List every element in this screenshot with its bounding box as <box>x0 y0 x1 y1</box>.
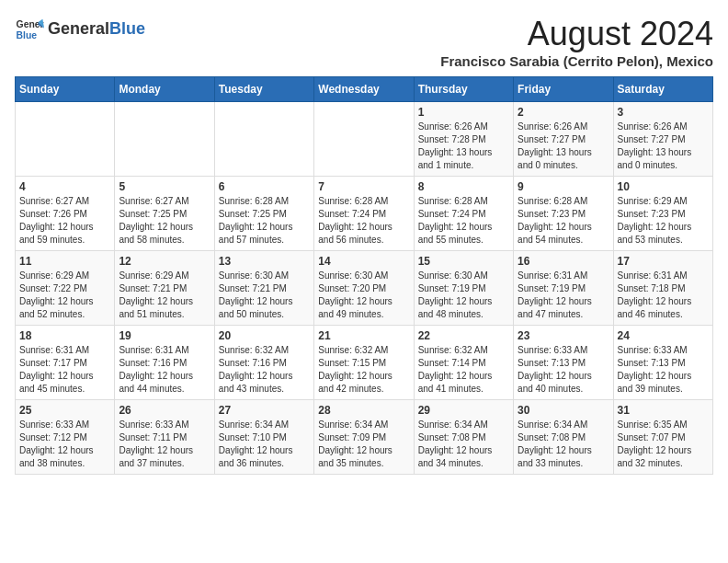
day-info: Sunrise: 6:29 AM Sunset: 7:22 PM Dayligh… <box>19 270 110 321</box>
col-tuesday: Tuesday <box>214 77 313 102</box>
table-row: 19Sunrise: 6:31 AM Sunset: 7:16 PM Dayli… <box>115 326 214 400</box>
day-number: 7 <box>318 180 409 193</box>
day-number: 29 <box>418 404 509 417</box>
table-row: 26Sunrise: 6:33 AM Sunset: 7:11 PM Dayli… <box>115 400 214 475</box>
logo-general-text: General <box>48 19 109 38</box>
day-info: Sunrise: 6:27 AM Sunset: 7:26 PM Dayligh… <box>19 195 110 247</box>
day-number: 22 <box>418 329 509 342</box>
month-year: August 2024 <box>440 15 713 53</box>
day-info: Sunrise: 6:31 AM Sunset: 7:17 PM Dayligh… <box>19 344 110 396</box>
table-row <box>16 102 115 177</box>
day-info: Sunrise: 6:26 AM Sunset: 7:28 PM Dayligh… <box>418 121 509 172</box>
day-info: Sunrise: 6:28 AM Sunset: 7:24 PM Dayligh… <box>418 195 509 247</box>
day-number: 30 <box>518 404 609 417</box>
table-row: 9Sunrise: 6:28 AM Sunset: 7:23 PM Daylig… <box>514 177 613 251</box>
day-number: 9 <box>518 180 609 193</box>
calendar-header: Sunday Monday Tuesday Wednesday Thursday… <box>16 77 713 102</box>
svg-text:Blue: Blue <box>17 30 38 40</box>
day-number: 13 <box>219 255 310 268</box>
day-number: 6 <box>219 180 310 193</box>
day-info: Sunrise: 6:33 AM Sunset: 7:12 PM Dayligh… <box>19 419 110 470</box>
day-info: Sunrise: 6:33 AM Sunset: 7:11 PM Dayligh… <box>119 419 210 470</box>
table-row: 15Sunrise: 6:30 AM Sunset: 7:19 PM Dayli… <box>414 251 513 326</box>
table-row: 23Sunrise: 6:33 AM Sunset: 7:13 PM Dayli… <box>514 326 613 400</box>
table-row: 17Sunrise: 6:31 AM Sunset: 7:18 PM Dayli… <box>613 251 712 326</box>
day-info: Sunrise: 6:31 AM Sunset: 7:18 PM Dayligh… <box>618 270 709 321</box>
table-row <box>314 102 414 177</box>
day-number: 12 <box>119 255 210 268</box>
day-number: 16 <box>518 255 609 268</box>
col-monday: Monday <box>115 77 214 102</box>
day-number: 2 <box>518 106 609 119</box>
day-info: Sunrise: 6:31 AM Sunset: 7:16 PM Dayligh… <box>119 344 210 396</box>
table-row: 14Sunrise: 6:30 AM Sunset: 7:20 PM Dayli… <box>314 251 414 326</box>
day-info: Sunrise: 6:28 AM Sunset: 7:23 PM Dayligh… <box>518 195 609 247</box>
day-info: Sunrise: 6:30 AM Sunset: 7:20 PM Dayligh… <box>318 270 409 321</box>
table-row: 12Sunrise: 6:29 AM Sunset: 7:21 PM Dayli… <box>115 251 214 326</box>
table-row: 30Sunrise: 6:34 AM Sunset: 7:08 PM Dayli… <box>514 400 613 475</box>
day-number: 4 <box>19 180 110 193</box>
day-number: 21 <box>318 329 409 342</box>
table-row: 11Sunrise: 6:29 AM Sunset: 7:22 PM Dayli… <box>16 251 115 326</box>
table-row: 25Sunrise: 6:33 AM Sunset: 7:12 PM Dayli… <box>16 400 115 475</box>
day-number: 31 <box>618 404 709 417</box>
logo: General Blue GeneralBlue <box>15 15 145 44</box>
day-info: Sunrise: 6:30 AM Sunset: 7:21 PM Dayligh… <box>219 270 310 321</box>
col-friday: Friday <box>514 77 613 102</box>
day-number: 20 <box>219 329 310 342</box>
day-number: 28 <box>318 404 409 417</box>
day-number: 15 <box>418 255 509 268</box>
day-info: Sunrise: 6:30 AM Sunset: 7:19 PM Dayligh… <box>418 270 509 321</box>
day-number: 3 <box>618 106 709 119</box>
day-info: Sunrise: 6:29 AM Sunset: 7:23 PM Dayligh… <box>618 195 709 247</box>
day-number: 14 <box>318 255 409 268</box>
day-info: Sunrise: 6:33 AM Sunset: 7:13 PM Dayligh… <box>618 344 709 396</box>
day-number: 1 <box>418 106 509 119</box>
day-info: Sunrise: 6:28 AM Sunset: 7:25 PM Dayligh… <box>219 195 310 247</box>
table-row: 8Sunrise: 6:28 AM Sunset: 7:24 PM Daylig… <box>414 177 513 251</box>
day-info: Sunrise: 6:34 AM Sunset: 7:09 PM Dayligh… <box>318 419 409 470</box>
day-info: Sunrise: 6:26 AM Sunset: 7:27 PM Dayligh… <box>618 121 709 172</box>
day-number: 18 <box>19 329 110 342</box>
col-wednesday: Wednesday <box>314 77 414 102</box>
table-row: 29Sunrise: 6:34 AM Sunset: 7:08 PM Dayli… <box>414 400 513 475</box>
day-info: Sunrise: 6:34 AM Sunset: 7:08 PM Dayligh… <box>418 419 509 470</box>
table-row: 4Sunrise: 6:27 AM Sunset: 7:26 PM Daylig… <box>16 177 115 251</box>
day-info: Sunrise: 6:27 AM Sunset: 7:25 PM Dayligh… <box>119 195 210 247</box>
logo-icon: General Blue <box>15 15 44 44</box>
day-info: Sunrise: 6:35 AM Sunset: 7:07 PM Dayligh… <box>618 419 709 470</box>
table-row: 2Sunrise: 6:26 AM Sunset: 7:27 PM Daylig… <box>514 102 613 177</box>
day-info: Sunrise: 6:32 AM Sunset: 7:15 PM Dayligh… <box>318 344 409 396</box>
table-row: 18Sunrise: 6:31 AM Sunset: 7:17 PM Dayli… <box>16 326 115 400</box>
day-info: Sunrise: 6:26 AM Sunset: 7:27 PM Dayligh… <box>518 121 609 172</box>
day-number: 25 <box>19 404 110 417</box>
col-saturday: Saturday <box>613 77 712 102</box>
table-row: 5Sunrise: 6:27 AM Sunset: 7:25 PM Daylig… <box>115 177 214 251</box>
table-row: 27Sunrise: 6:34 AM Sunset: 7:10 PM Dayli… <box>214 400 313 475</box>
day-info: Sunrise: 6:32 AM Sunset: 7:16 PM Dayligh… <box>219 344 310 396</box>
day-info: Sunrise: 6:28 AM Sunset: 7:24 PM Dayligh… <box>318 195 409 247</box>
table-row: 3Sunrise: 6:26 AM Sunset: 7:27 PM Daylig… <box>613 102 712 177</box>
day-number: 24 <box>618 329 709 342</box>
table-row: 1Sunrise: 6:26 AM Sunset: 7:28 PM Daylig… <box>414 102 513 177</box>
logo-blue-text: Blue <box>109 19 145 38</box>
table-row: 7Sunrise: 6:28 AM Sunset: 7:24 PM Daylig… <box>314 177 414 251</box>
day-info: Sunrise: 6:34 AM Sunset: 7:10 PM Dayligh… <box>219 419 310 470</box>
table-row: 21Sunrise: 6:32 AM Sunset: 7:15 PM Dayli… <box>314 326 414 400</box>
day-info: Sunrise: 6:33 AM Sunset: 7:13 PM Dayligh… <box>518 344 609 396</box>
table-row: 22Sunrise: 6:32 AM Sunset: 7:14 PM Dayli… <box>414 326 513 400</box>
day-number: 27 <box>219 404 310 417</box>
day-number: 10 <box>618 180 709 193</box>
table-row: 20Sunrise: 6:32 AM Sunset: 7:16 PM Dayli… <box>214 326 313 400</box>
table-row: 6Sunrise: 6:28 AM Sunset: 7:25 PM Daylig… <box>214 177 313 251</box>
table-row: 24Sunrise: 6:33 AM Sunset: 7:13 PM Dayli… <box>613 326 712 400</box>
day-number: 17 <box>618 255 709 268</box>
header: General Blue GeneralBlue August 2024 Fra… <box>15 15 713 69</box>
table-row: 13Sunrise: 6:30 AM Sunset: 7:21 PM Dayli… <box>214 251 313 326</box>
day-number: 8 <box>418 180 509 193</box>
table-row: 16Sunrise: 6:31 AM Sunset: 7:19 PM Dayli… <box>514 251 613 326</box>
table-row <box>115 102 214 177</box>
calendar-body: 1Sunrise: 6:26 AM Sunset: 7:28 PM Daylig… <box>16 102 713 475</box>
col-sunday: Sunday <box>16 77 115 102</box>
day-number: 5 <box>119 180 210 193</box>
